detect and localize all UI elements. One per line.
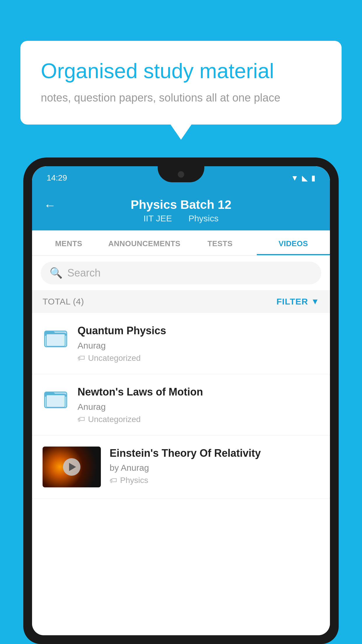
- header-subtitle: IIT JEE Physics: [140, 214, 222, 223]
- svg-rect-3: [46, 395, 65, 407]
- tab-announcements[interactable]: ANNOUNCEMENTS: [105, 230, 183, 255]
- video-tag: 🏷 Physics: [110, 476, 319, 485]
- filter-funnel-icon: ▼: [311, 297, 319, 306]
- phone-outer: 14:29 ▼ ◣ ▮ ← Physics Batch 12 IIT JEE P…: [23, 158, 339, 644]
- bubble-subtitle: notes, question papers, solutions all at…: [41, 92, 321, 104]
- video-title: Quantum Physics: [78, 324, 319, 338]
- tab-tests[interactable]: TESTS: [183, 230, 256, 255]
- video-info: Einstein's Theory Of Relativity by Anura…: [110, 447, 319, 485]
- header-tag1: IIT JEE: [143, 214, 172, 223]
- tab-videos[interactable]: VIDEOS: [257, 230, 330, 255]
- status-bar: 14:29 ▼ ◣ ▮: [32, 166, 330, 190]
- video-info: Quantum Physics Anurag 🏷 Uncategorized: [78, 324, 319, 363]
- tag-icon: 🏷: [78, 415, 85, 424]
- video-info: Newton's Laws of Motion Anurag 🏷 Uncateg…: [78, 385, 319, 424]
- tag-icon: 🏷: [110, 476, 117, 485]
- video-thumbnail: [43, 447, 101, 487]
- video-title: Einstein's Theory Of Relativity: [110, 447, 319, 460]
- folder-icon-container: [43, 326, 69, 353]
- tab-ments[interactable]: MENTS: [32, 230, 105, 255]
- video-author: Anurag: [78, 402, 319, 412]
- filter-button[interactable]: FILTER ▼: [277, 297, 319, 307]
- tag-icon: 🏷: [78, 354, 85, 363]
- video-author: by Anurag: [110, 463, 319, 473]
- wifi-icon: ▼: [291, 174, 298, 183]
- status-time: 14:29: [47, 173, 67, 183]
- list-item[interactable]: Newton's Laws of Motion Anurag 🏷 Uncateg…: [32, 374, 330, 435]
- video-list: Quantum Physics Anurag 🏷 Uncategorized: [32, 313, 330, 635]
- search-container: 🔍 Search: [32, 256, 330, 290]
- folder-icon: [44, 325, 67, 354]
- search-icon: 🔍: [50, 267, 63, 279]
- search-bar[interactable]: 🔍 Search: [41, 262, 321, 284]
- status-icons: ▼ ◣ ▮: [291, 174, 315, 183]
- folder-icon: [44, 386, 67, 415]
- phone-container: 14:29 ▼ ◣ ▮ ← Physics Batch 12 IIT JEE P…: [23, 158, 339, 644]
- signal-icon: ◣: [302, 174, 308, 183]
- tag-label: Physics: [120, 476, 148, 485]
- header-tag2: Physics: [188, 214, 218, 223]
- video-tag: 🏷 Uncategorized: [78, 415, 319, 424]
- camera-dot: [178, 171, 184, 178]
- video-author: Anurag: [78, 341, 319, 351]
- play-button[interactable]: [63, 458, 80, 476]
- phone-screen: 14:29 ▼ ◣ ▮ ← Physics Batch 12 IIT JEE P…: [32, 166, 330, 635]
- list-item[interactable]: Einstein's Theory Of Relativity by Anura…: [32, 435, 330, 499]
- battery-icon: ▮: [311, 174, 315, 183]
- total-count: TOTAL (4): [43, 297, 84, 307]
- play-triangle-icon: [69, 463, 76, 471]
- app-header: ← Physics Batch 12 IIT JEE Physics: [32, 190, 330, 230]
- video-tag: 🏷 Uncategorized: [78, 354, 319, 363]
- folder-icon-container: [43, 388, 69, 414]
- notch: [158, 166, 204, 182]
- screen-content: 🔍 Search TOTAL (4) FILTER ▼: [32, 256, 330, 635]
- back-button[interactable]: ←: [44, 198, 56, 212]
- search-input[interactable]: Search: [67, 267, 101, 279]
- video-title: Newton's Laws of Motion: [78, 385, 319, 399]
- bubble-title: Organised study material: [41, 58, 321, 83]
- speech-bubble: Organised study material notes, question…: [20, 41, 342, 125]
- filter-label: FILTER: [277, 297, 308, 307]
- tag-label: Uncategorized: [88, 415, 141, 424]
- tabs-bar: MENTS ANNOUNCEMENTS TESTS VIDEOS: [32, 230, 330, 256]
- filter-bar: TOTAL (4) FILTER ▼: [32, 290, 330, 313]
- speech-bubble-container: Organised study material notes, question…: [20, 41, 342, 125]
- header-title: Physics Batch 12: [131, 198, 231, 212]
- tag-label: Uncategorized: [88, 354, 141, 363]
- svg-rect-1: [46, 334, 65, 346]
- list-item[interactable]: Quantum Physics Anurag 🏷 Uncategorized: [32, 313, 330, 374]
